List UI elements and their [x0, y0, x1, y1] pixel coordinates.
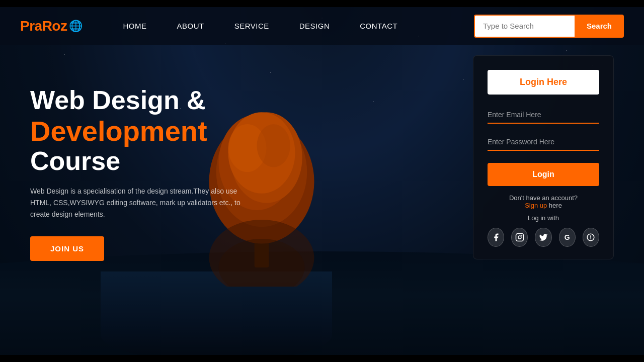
instagram-icon[interactable] — [511, 228, 528, 247]
svg-point-11 — [518, 236, 521, 239]
password-field-container — [488, 134, 599, 151]
globe-icon: 🌐 — [69, 20, 83, 33]
password-input[interactable] — [488, 134, 599, 151]
hero-description: Web Design is a specialisation of the de… — [30, 186, 247, 220]
hero-title-line2: Development — [30, 116, 247, 147]
nav-home[interactable]: HOME — [123, 22, 146, 30]
social-icons-row: G — [488, 228, 599, 247]
email-input[interactable] — [488, 107, 599, 124]
signup-suffix: here — [549, 202, 562, 209]
bottom-bar — [0, 355, 644, 362]
skype-icon[interactable] — [583, 228, 599, 247]
login-with-text: Log in with — [488, 214, 599, 222]
nav-service[interactable]: SERVICE — [234, 22, 269, 30]
email-field-container — [488, 107, 599, 124]
login-here-button[interactable]: Login Here — [488, 70, 599, 95]
signup-link[interactable]: Sign up — [525, 202, 547, 209]
twitter-icon[interactable] — [535, 228, 551, 247]
hero-title-line1: Web Design & — [30, 85, 247, 116]
logo-text: PraRoz — [20, 18, 67, 34]
hero-text: Web Design & Development Course Web Desi… — [30, 85, 247, 261]
login-card: Login Here Login Don't have an account? … — [473, 55, 614, 259]
top-bar — [0, 0, 644, 7]
search-button[interactable]: Search — [575, 15, 624, 38]
hero-title-line3: Course — [30, 146, 247, 176]
svg-point-12 — [521, 235, 522, 236]
join-us-button[interactable]: JOIN US — [30, 236, 104, 261]
nav-design[interactable]: DESIGN — [299, 22, 330, 30]
nav-links: HOME ABOUT SERVICE DESIGN CONTACT — [123, 22, 473, 30]
no-account-text: Don't have an account? Sign up here — [488, 194, 599, 209]
logo[interactable]: PraRoz 🌐 — [20, 18, 83, 34]
login-footer: Don't have an account? Sign up here Log … — [488, 194, 599, 247]
search-input[interactable] — [474, 15, 575, 38]
svg-rect-10 — [516, 234, 523, 241]
facebook-icon[interactable] — [488, 228, 504, 247]
login-button[interactable]: Login — [488, 163, 599, 186]
nav-contact[interactable]: CONTACT — [360, 22, 397, 30]
nav-about[interactable]: ABOUT — [177, 22, 204, 30]
search-area: Search — [474, 15, 624, 38]
google-icon[interactable]: G — [559, 228, 576, 247]
navbar: PraRoz 🌐 HOME ABOUT SERVICE DESIGN CONTA… — [0, 7, 644, 45]
